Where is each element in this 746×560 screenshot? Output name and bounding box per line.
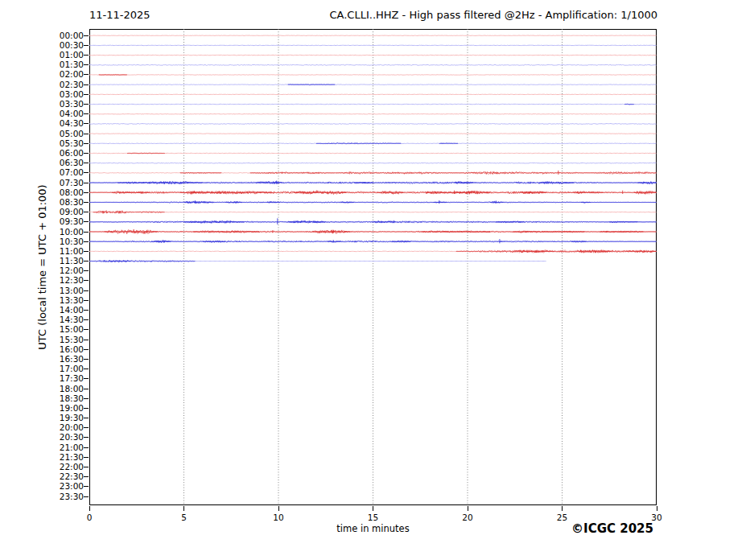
y-tick-mark bbox=[84, 261, 89, 261]
y-tick-label: 17:00 bbox=[34, 364, 84, 373]
y-tick-mark bbox=[84, 349, 89, 350]
trace-path bbox=[89, 134, 656, 134]
y-tick-mark bbox=[84, 183, 89, 183]
y-tick-mark bbox=[84, 437, 89, 438]
y-tick-label: 04:00 bbox=[34, 109, 84, 118]
x-tick-label: 25 bbox=[550, 513, 575, 522]
x-tick-mark bbox=[657, 506, 657, 511]
y-tick-label: 19:00 bbox=[34, 404, 84, 413]
y-tick-mark bbox=[84, 35, 89, 36]
x-tick-mark bbox=[373, 506, 373, 511]
trace-path bbox=[89, 212, 656, 212]
y-tick-mark bbox=[84, 418, 89, 418]
y-tick-label: 06:00 bbox=[34, 149, 84, 158]
y-tick-label: 05:00 bbox=[34, 130, 84, 138]
y-tick-label: 05:30 bbox=[34, 139, 84, 148]
y-tick-label: 10:00 bbox=[34, 228, 84, 237]
y-tick-label: 23:00 bbox=[34, 482, 84, 491]
trace-path bbox=[89, 163, 656, 163]
y-tick-label: 22:00 bbox=[34, 463, 84, 471]
y-tick-label: 12:30 bbox=[34, 276, 84, 285]
y-tick-label: 01:00 bbox=[34, 51, 84, 60]
y-tick-mark bbox=[84, 192, 89, 193]
y-tick-label: 07:00 bbox=[34, 168, 84, 177]
y-tick-mark bbox=[84, 290, 89, 291]
y-tick-mark bbox=[84, 280, 89, 281]
y-tick-label: 08:30 bbox=[34, 198, 84, 207]
y-tick-mark bbox=[84, 153, 89, 154]
y-tick-mark bbox=[84, 270, 89, 271]
y-tick-mark bbox=[84, 55, 89, 56]
trace-path bbox=[89, 113, 656, 114]
y-tick-mark bbox=[84, 486, 89, 487]
y-tick-label: 11:30 bbox=[34, 257, 84, 266]
y-tick-label: 21:30 bbox=[34, 453, 84, 462]
y-tick-label: 19:30 bbox=[34, 414, 84, 422]
y-tick-label: 17:30 bbox=[34, 374, 84, 383]
trace-path bbox=[89, 64, 656, 65]
copyright-label: ©ICGC 2025 bbox=[571, 521, 653, 536]
y-tick-mark bbox=[84, 359, 89, 360]
y-tick-label: 09:00 bbox=[34, 208, 84, 216]
trace-path bbox=[89, 75, 656, 76]
y-tick-label: 00:30 bbox=[34, 41, 84, 50]
y-tick-mark bbox=[84, 232, 89, 233]
y-tick-label: 12:00 bbox=[34, 266, 84, 275]
y-tick-label: 07:30 bbox=[34, 179, 84, 187]
x-tick-mark bbox=[89, 506, 90, 511]
x-tick-mark bbox=[183, 506, 184, 511]
y-tick-mark bbox=[84, 113, 89, 114]
x-tick-label: 10 bbox=[266, 513, 291, 522]
x-tick-label: 20 bbox=[455, 513, 480, 522]
y-tick-mark bbox=[84, 319, 89, 320]
x-tick-mark bbox=[468, 506, 468, 511]
y-tick-label: 14:30 bbox=[34, 315, 84, 324]
y-tick-mark bbox=[84, 427, 89, 428]
y-tick-label: 20:00 bbox=[34, 423, 84, 432]
trace-path bbox=[89, 124, 656, 125]
y-tick-label: 15:00 bbox=[34, 325, 84, 334]
x-tick-mark bbox=[278, 506, 279, 511]
y-tick-mark bbox=[84, 251, 89, 252]
y-tick-mark bbox=[84, 476, 89, 477]
y-tick-mark bbox=[84, 241, 89, 242]
trace-path bbox=[89, 153, 656, 154]
y-tick-label: 16:30 bbox=[34, 355, 84, 364]
y-tick-mark bbox=[84, 398, 89, 399]
y-tick-mark bbox=[84, 310, 89, 311]
seismogram-figure: 11-11-2025 CA.CLLI..HHZ - High pass filt… bbox=[0, 0, 746, 560]
y-tick-mark bbox=[84, 212, 89, 212]
y-tick-mark bbox=[84, 457, 89, 458]
date-label: 11-11-2025 bbox=[89, 9, 150, 21]
y-tick-mark bbox=[84, 378, 89, 379]
y-tick-label: 04:30 bbox=[34, 119, 84, 128]
y-tick-mark bbox=[84, 389, 89, 389]
y-tick-mark bbox=[84, 143, 89, 144]
y-tick-mark bbox=[84, 163, 89, 163]
y-tick-label: 23:30 bbox=[34, 492, 84, 501]
y-tick-mark bbox=[84, 134, 89, 134]
y-tick-mark bbox=[84, 340, 89, 340]
y-tick-mark bbox=[84, 84, 89, 85]
y-tick-label: 03:00 bbox=[34, 90, 84, 99]
y-tick-mark bbox=[84, 123, 89, 124]
x-tick-label: 0 bbox=[77, 513, 101, 522]
y-tick-mark bbox=[84, 300, 89, 301]
y-tick-mark bbox=[84, 94, 89, 95]
x-tick-mark bbox=[562, 506, 563, 511]
y-tick-mark bbox=[84, 447, 89, 448]
trace-path bbox=[89, 104, 656, 105]
y-tick-mark bbox=[84, 221, 89, 222]
y-tick-label: 00:00 bbox=[34, 31, 84, 40]
y-tick-mark bbox=[84, 74, 89, 75]
y-tick-mark bbox=[84, 467, 89, 467]
trace-path bbox=[89, 84, 656, 85]
x-tick-label: 5 bbox=[172, 513, 196, 522]
y-tick-mark bbox=[84, 369, 89, 369]
y-tick-mark bbox=[84, 104, 89, 105]
y-tick-mark bbox=[84, 496, 89, 497]
y-tick-label: 13:30 bbox=[34, 296, 84, 305]
y-tick-mark bbox=[84, 202, 89, 203]
y-tick-label: 10:30 bbox=[34, 237, 84, 246]
y-tick-mark bbox=[84, 329, 89, 330]
